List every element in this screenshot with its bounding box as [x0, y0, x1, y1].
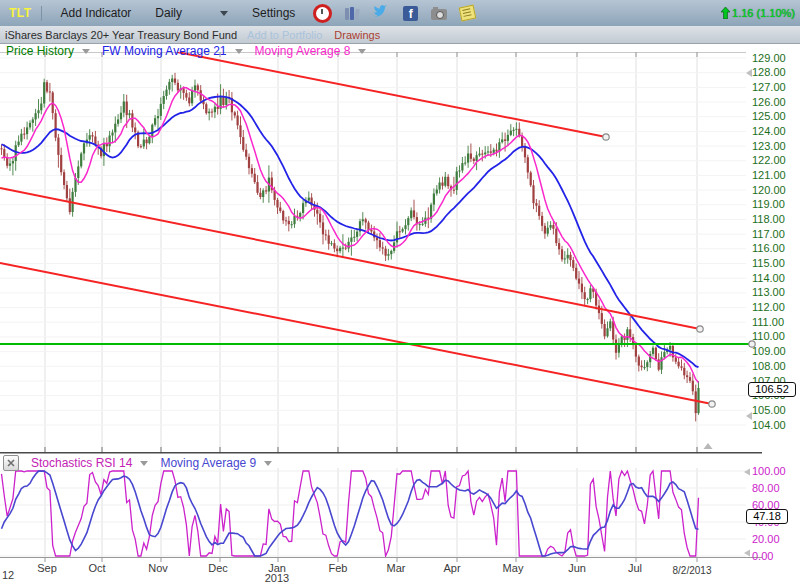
price-tick-label: 112.00 [752, 301, 798, 313]
main-chart-legend: Price History FW Moving Average 21 Movin… [6, 44, 374, 58]
month-label: Mar [376, 562, 416, 574]
symbol-label: TLT [9, 6, 32, 20]
daily-change-readout: 1.16 (1.10%) [721, 7, 795, 19]
timeframe-dropdown[interactable]: Daily [155, 6, 182, 20]
add-to-portfolio-link[interactable]: Add to Portfolio [247, 29, 322, 41]
facebook-icon[interactable]: f [403, 6, 418, 21]
close-indicator-button[interactable] [3, 455, 19, 471]
camera-icon[interactable] [431, 9, 447, 20]
indicator-tick-label: 0.00 [752, 550, 798, 562]
month-label: Jun [557, 562, 597, 574]
year-label: 2013 [257, 572, 297, 584]
stochastics-dropdown[interactable]: Stochastics RSI 14 [31, 456, 132, 470]
scroll-marker-icon [704, 443, 713, 449]
drawings-menu[interactable]: Drawings [334, 29, 380, 41]
toolbar-divider [41, 6, 42, 21]
axis-marker-icon [744, 550, 750, 557]
price-tick-label: 127.00 [752, 81, 798, 93]
settings-button[interactable]: Settings [252, 6, 295, 20]
close-icon [7, 459, 15, 467]
price-tick-label: 121.00 [752, 169, 798, 181]
price-tick-label: 116.00 [752, 242, 798, 254]
price-tick-label: 110.00 [752, 330, 798, 342]
month-label: Dec [198, 562, 238, 574]
charting-app-window: TLT Add Indicator Daily Settings f 1.16 … [0, 0, 800, 584]
price-tick-label: 129.00 [752, 52, 798, 64]
month-label: Apr [432, 562, 472, 574]
stochrsi-line [2, 471, 699, 556]
month-label: Feb [318, 562, 358, 574]
year-label: 12 [0, 569, 42, 581]
indicator-tick-label: 80.00 [752, 482, 798, 494]
price-tick-label: 104.00 [752, 419, 798, 431]
month-label: Jul [615, 562, 655, 574]
price-tick-label: 120.00 [752, 184, 798, 196]
fund-name-label: iShares Barclays 20+ Year Treasury Bond … [5, 29, 237, 41]
month-label: May [493, 562, 533, 574]
chevron-down-icon[interactable] [140, 461, 148, 466]
chevron-down-icon[interactable] [358, 49, 366, 54]
price-tick-label: 118.00 [752, 213, 798, 225]
ma9-dropdown[interactable]: Moving Average 9 [160, 456, 256, 470]
chevron-down-icon[interactable] [220, 11, 228, 16]
price-tick-label: 113.00 [752, 286, 798, 298]
books-icon[interactable] [345, 7, 360, 20]
price-tick-label: 105.00 [752, 404, 798, 416]
toolbar-icons: f [313, 4, 475, 23]
up-arrow-icon [721, 7, 730, 19]
chevron-down-icon[interactable] [235, 49, 243, 54]
ma21-line [2, 96, 699, 367]
price-tick-label: 115.00 [752, 257, 798, 269]
trend-line [177, 52, 606, 137]
change-text: 1.16 (1.10%) [732, 7, 795, 19]
add-indicator-button[interactable]: Add Indicator [61, 6, 132, 20]
price-tick-label: 119.00 [752, 198, 798, 210]
price-tick-label: 111.00 [752, 316, 798, 328]
price-tick-label: 128.00 [752, 66, 798, 78]
price-tick-label: 109.00 [752, 345, 798, 357]
twitter-icon[interactable] [373, 4, 390, 22]
price-tick-label: 117.00 [752, 228, 798, 240]
price-tick-label: 123.00 [752, 140, 798, 152]
indicator-tick-label: 20.00 [752, 533, 798, 545]
ma8-dropdown[interactable]: Moving Average 8 [255, 44, 351, 58]
indicator-legend: Stochastics RSI 14 Moving Average 9 [3, 455, 280, 471]
price-tick-label: 114.00 [752, 272, 798, 284]
trendline-handle [603, 134, 609, 140]
news-icon[interactable] [459, 5, 477, 22]
chevron-down-icon[interactable] [264, 461, 272, 466]
month-label: Nov [138, 562, 178, 574]
indicator-tick-label: 100.00 [752, 465, 798, 477]
last-price-tag: 106.52 [748, 382, 796, 397]
price-tick-label: 125.00 [752, 110, 798, 122]
candle-wicks [2, 73, 699, 422]
indicator-value-tag: 47.18 [746, 509, 788, 524]
price-history-dropdown[interactable]: Price History [6, 44, 74, 58]
ma21-dropdown[interactable]: FW Moving Average 21 [102, 44, 227, 58]
price-tick-label: 124.00 [752, 125, 798, 137]
price-tick-label: 126.00 [752, 96, 798, 108]
price-tick-label: 122.00 [752, 154, 798, 166]
top-toolbar: TLT Add Indicator Daily Settings f 1.16 … [0, 0, 800, 26]
last-date-label: 8/2/2013 [668, 565, 716, 576]
price-chart[interactable] [0, 52, 800, 454]
chevron-down-icon[interactable] [82, 49, 90, 54]
symbol-info-bar: iShares Barclays 20+ Year Treasury Bond … [0, 26, 800, 44]
price-tick-label: 108.00 [752, 360, 798, 372]
trendline-handle [697, 326, 703, 332]
month-label: Oct [77, 562, 117, 574]
axis-marker-icon [744, 469, 750, 476]
alarm-icon[interactable] [313, 4, 332, 23]
trendline-handle [709, 401, 715, 407]
stochastics-chart[interactable] [0, 468, 800, 557]
